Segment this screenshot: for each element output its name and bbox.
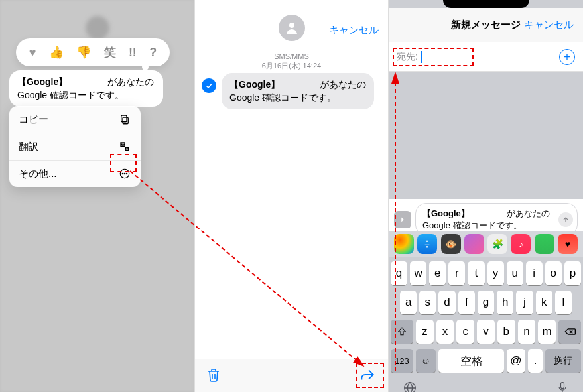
key-q[interactable]: q (391, 261, 407, 285)
device-notch (443, 0, 529, 8)
key-shift[interactable] (391, 320, 413, 344)
app-appstore-icon[interactable] (417, 234, 437, 254)
reaction-thumbsdown-icon[interactable]: 👎 (76, 45, 91, 60)
to-label: 宛先: (397, 51, 418, 63)
reaction-bar[interactable]: ♥ 👍 👎 笑 !! ? (16, 38, 170, 66)
key-j[interactable]: j (516, 291, 533, 314)
svg-rect-0 (123, 117, 128, 124)
kb-row2: asdfghjkl (391, 291, 581, 314)
key-at[interactable]: @ (507, 349, 525, 373)
svg-point-7 (126, 173, 127, 174)
share-icon[interactable] (359, 367, 377, 385)
menu-more[interactable]: その他... (9, 161, 141, 187)
pane-message-longpress: ♥ 👍 👎 笑 !! ? 【Google】があなたの Google 確認コードで… (0, 0, 194, 392)
globe-icon[interactable] (403, 381, 417, 392)
to-field-row: 宛先: + (389, 42, 583, 72)
message-meta: SMS/MMS 6月16日(木) 14:24 (195, 52, 388, 71)
svg-rect-1 (121, 115, 127, 122)
app-heart-icon[interactable]: ♥ (558, 234, 578, 254)
key-m[interactable]: m (538, 320, 556, 344)
key-z[interactable]: z (416, 320, 434, 344)
key-emoji[interactable]: ☺ (416, 349, 436, 373)
key-s[interactable]: s (419, 291, 436, 314)
reaction-exclaim-icon[interactable]: !! (129, 46, 137, 60)
trash-icon[interactable] (206, 367, 224, 385)
page-title: 新規メッセージ (451, 19, 521, 31)
kb-row3: zxcvbnm (391, 320, 581, 344)
meta-time: 6月16日(木) 14:24 (195, 61, 388, 70)
key-c[interactable]: c (456, 320, 474, 344)
menu-copy[interactable]: コピー (9, 106, 141, 133)
msg-suffix: があなたの (320, 79, 366, 90)
pane-new-message: 新規メッセージ キャンセル 宛先: + 【Google】があなたの Google… (389, 0, 583, 392)
contact-avatar[interactable] (279, 15, 305, 41)
key-o[interactable]: o (545, 261, 562, 285)
key-w[interactable]: w (410, 261, 426, 285)
msg-prefix: 【Google】 (17, 76, 68, 87)
message-bubble[interactable]: 【Google】があなたの Google 確認コードです。 (222, 73, 374, 109)
key-v[interactable]: v (477, 320, 495, 344)
app-generic-icon[interactable]: 🧩 (487, 234, 507, 254)
avatar-blurred (86, 16, 109, 40)
key-return[interactable]: 换行 (545, 349, 581, 373)
kb-row3-letters: zxcvbnm (416, 320, 556, 344)
translate-icon: 文A (118, 140, 131, 153)
reaction-question-icon[interactable]: ? (149, 46, 157, 60)
cancel-button[interactable]: キャンセル (329, 24, 379, 36)
menu-more-label: その他... (19, 168, 57, 180)
key-b[interactable]: b (497, 320, 515, 344)
key-x[interactable]: x (436, 320, 454, 344)
key-p[interactable]: p (564, 261, 581, 285)
msg-suffix: があなたの (107, 76, 154, 87)
redacted-code (280, 80, 320, 88)
app-music-icon[interactable] (464, 234, 484, 254)
selection-checkmark[interactable] (202, 78, 216, 93)
app-activity-icon[interactable] (535, 234, 554, 254)
key-dot[interactable]: . (528, 349, 543, 373)
msg-prefix: 【Google】 (422, 208, 470, 218)
cancel-button[interactable]: キャンセル (524, 19, 574, 31)
svg-rect-10 (561, 383, 564, 389)
key-k[interactable]: k (536, 291, 552, 314)
msg-line2: Google 確認コードです。 (17, 90, 124, 100)
pane-message-select: キャンセル SMS/MMS 6月16日(木) 14:24 【Google】があな… (194, 0, 389, 392)
meta-label: SMS/MMS (195, 52, 388, 61)
svg-point-8 (289, 23, 294, 28)
key-h[interactable]: h (497, 291, 513, 314)
reaction-haha-icon[interactable]: 笑 (104, 44, 116, 60)
app-memoji-icon[interactable]: 🐵 (441, 234, 461, 254)
key-i[interactable]: i (526, 261, 543, 285)
send-up-icon[interactable] (558, 212, 573, 227)
reaction-heart-icon[interactable]: ♥ (29, 46, 36, 60)
msg-line2: Google 確認コードです。 (422, 220, 522, 230)
key-f[interactable]: f (458, 291, 475, 314)
expand-input-icon[interactable] (394, 211, 411, 228)
key-t[interactable]: t (468, 261, 484, 285)
key-l[interactable]: l (555, 291, 572, 314)
context-menu: コピー 翻訳 文A その他... (9, 106, 141, 187)
message-bubble[interactable]: 【Google】があなたの Google 確認コードです。 (9, 70, 163, 107)
keyboard[interactable]: qwertyuiop asdfghjkl zxcvbnm 123 ☺ 空格 @ … (389, 257, 583, 392)
key-g[interactable]: g (478, 291, 494, 314)
app-itunes-icon[interactable]: ♪ (511, 234, 531, 254)
app-photos-icon[interactable] (394, 234, 414, 254)
key-r[interactable]: r (448, 261, 465, 285)
key-a[interactable]: a (400, 291, 417, 314)
mic-icon[interactable] (556, 381, 569, 392)
reaction-thumbsup-icon[interactable]: 👍 (49, 45, 64, 60)
svg-point-5 (122, 173, 123, 174)
key-numeric[interactable]: 123 (391, 349, 413, 373)
key-backspace[interactable] (558, 320, 581, 344)
key-y[interactable]: y (487, 261, 504, 285)
key-e[interactable]: e (429, 261, 446, 285)
redacted-code (68, 77, 107, 85)
add-contact-icon[interactable]: + (559, 49, 575, 65)
svg-text:文: 文 (121, 142, 125, 146)
key-d[interactable]: d (438, 291, 455, 314)
menu-copy-label: コピー (19, 113, 48, 126)
app-strip[interactable]: 🐵 🧩 ♪ ♥ (389, 231, 583, 257)
key-n[interactable]: n (518, 320, 536, 344)
menu-translate[interactable]: 翻訳 文A (9, 133, 141, 161)
key-u[interactable]: u (507, 261, 523, 285)
key-space[interactable]: 空格 (438, 349, 504, 373)
